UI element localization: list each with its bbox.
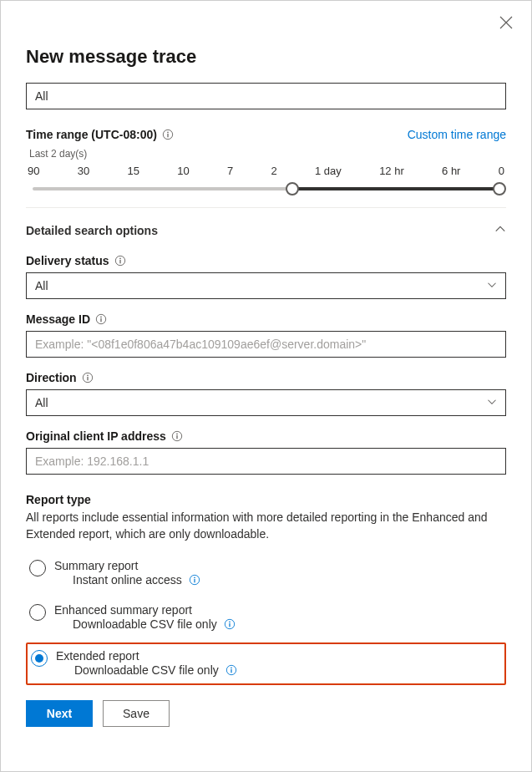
slider-tick: 30 <box>78 165 89 177</box>
svg-rect-8 <box>100 318 101 322</box>
radio-title: Extended report <box>56 649 237 663</box>
svg-rect-2 <box>167 134 168 137</box>
message-trace-panel: New message trace Time range (UTC-08:00)… <box>0 0 532 772</box>
radio-title: Enhanced summary report <box>54 603 236 617</box>
slider-tick: 2 <box>271 165 277 177</box>
info-icon[interactable] <box>171 430 183 442</box>
close-button[interactable] <box>499 16 513 32</box>
radio-subtitle: Downloadable CSV file only <box>74 663 237 677</box>
page-title: New message trace <box>26 46 506 68</box>
radio-subtitle: Instant online access <box>73 573 200 587</box>
report-type-option[interactable]: Extended reportDownloadable CSV file onl… <box>26 642 506 685</box>
info-icon[interactable] <box>95 313 107 325</box>
chevron-down-icon <box>487 396 497 409</box>
info-icon[interactable] <box>189 574 200 586</box>
svg-rect-23 <box>231 669 231 673</box>
report-type-description: All reports include essential informatio… <box>26 510 506 542</box>
slider-handle-start[interactable] <box>286 182 299 196</box>
slider-tick: 6 hr <box>442 165 460 177</box>
info-icon[interactable] <box>225 664 237 676</box>
radio-subtitle: Downloadable CSV file only <box>73 617 236 631</box>
svg-point-1 <box>167 132 169 134</box>
svg-rect-20 <box>229 623 230 627</box>
detailed-options-toggle[interactable]: Detailed search options <box>26 223 506 237</box>
client-ip-label: Original client IP address <box>26 429 183 443</box>
slider-tick: 10 <box>177 165 189 177</box>
close-icon <box>499 16 513 29</box>
svg-point-13 <box>176 434 178 435</box>
message-id-input[interactable] <box>26 331 506 358</box>
slider-tick: 12 hr <box>379 165 404 177</box>
divider <box>26 207 506 208</box>
svg-point-16 <box>194 577 195 579</box>
custom-time-range-link[interactable]: Custom time range <box>408 128 506 141</box>
svg-point-19 <box>229 622 231 623</box>
info-icon[interactable] <box>162 129 174 140</box>
info-icon[interactable] <box>82 372 94 383</box>
svg-rect-14 <box>176 435 177 439</box>
slider-tick: 15 <box>128 165 139 177</box>
slider-caption: Last 2 day(s) <box>29 148 506 160</box>
radio-button[interactable] <box>29 604 46 621</box>
delivery-status-label: Delivery status <box>26 254 126 267</box>
svg-rect-5 <box>119 260 120 263</box>
slider-tick: 0 <box>499 165 504 177</box>
slider-ticks: 90301510721 day12 hr6 hr0 <box>26 165 506 177</box>
slider-tick: 1 day <box>315 165 342 177</box>
report-type-option[interactable]: Summary reportInstant online access <box>26 554 506 593</box>
report-type-option[interactable]: Enhanced summary reportDownloadable CSV … <box>26 598 506 637</box>
recipients-input[interactable] <box>26 83 506 109</box>
chevron-up-icon <box>494 223 506 237</box>
report-type-radio-group: Summary reportInstant online accessEnhan… <box>26 554 506 685</box>
slider-track[interactable] <box>33 187 499 190</box>
next-button[interactable]: Next <box>26 700 93 727</box>
slider-handle-end[interactable] <box>493 182 506 196</box>
svg-point-7 <box>100 317 102 318</box>
client-ip-input[interactable] <box>26 448 506 475</box>
svg-point-22 <box>231 668 232 669</box>
info-icon[interactable] <box>114 255 126 267</box>
direction-label: Direction <box>26 371 94 384</box>
time-range-slider[interactable]: Last 2 day(s) 90301510721 day12 hr6 hr0 <box>26 148 506 190</box>
time-range-label: Time range (UTC-08:00) <box>26 128 174 141</box>
message-id-label: Message ID <box>26 312 107 326</box>
delivery-status-select[interactable]: All <box>26 272 506 299</box>
slider-tick: 7 <box>227 165 233 177</box>
radio-button[interactable] <box>29 560 46 576</box>
direction-select[interactable]: All <box>26 389 506 416</box>
radio-title: Summary report <box>54 559 200 572</box>
svg-point-4 <box>119 258 121 260</box>
svg-rect-17 <box>194 579 195 582</box>
save-button[interactable]: Save <box>103 700 170 727</box>
report-type-label: Report type <box>26 493 91 506</box>
svg-rect-11 <box>87 377 88 380</box>
slider-tick: 90 <box>28 165 39 177</box>
svg-point-10 <box>87 375 89 377</box>
radio-button[interactable] <box>31 650 48 667</box>
chevron-down-icon <box>487 279 497 292</box>
info-icon[interactable] <box>224 618 236 630</box>
slider-fill <box>292 187 499 190</box>
